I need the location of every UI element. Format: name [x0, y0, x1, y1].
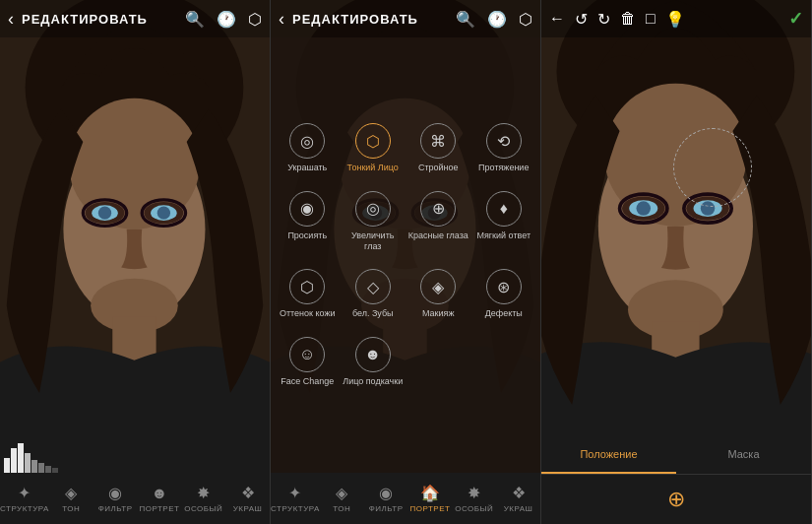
middle-toolbar-struktura[interactable]: ✦ СТРУКТУРА: [271, 484, 320, 513]
tonkiy-label: Тонкий Лицо: [347, 163, 399, 173]
menu-lico-podkachki[interactable]: ☻ Лицо подкачки: [341, 331, 406, 393]
menu-makiyazh[interactable]: ◈ Макияж: [406, 263, 471, 325]
makiyazh-icon: ◈: [420, 269, 456, 304]
circle-selection: [673, 128, 752, 207]
middle-toolbar-osoby[interactable]: ✸ ОСОБЫЙ: [452, 484, 496, 513]
right-delete-icon[interactable]: 🗑: [620, 10, 636, 28]
middle-toolbar-filtr[interactable]: ◉ ФИЛЬТР: [364, 484, 408, 513]
zuby-label: бел. Зубы: [352, 308, 394, 319]
menu-face-change[interactable]: ☺ Face Change: [275, 331, 341, 393]
face-menu-grid: ◎ Украшать ⬡ Тонкий Лицо ⌘ Стройное ⟲ Пр…: [271, 117, 540, 393]
menu-stroynoe[interactable]: ⌘ Стройное: [406, 117, 471, 179]
middle-toolbar-ukrsh[interactable]: ❖ УКРАШ: [496, 484, 540, 513]
middle-toolbar-portret[interactable]: 🏠 ПОРТРЕТ: [408, 484, 453, 513]
right-tabs: Положение Маска: [541, 435, 811, 475]
menu-tonkiy[interactable]: ⬡ Тонкий Лицо: [341, 117, 406, 179]
tab-polozhenie[interactable]: Положение: [541, 435, 676, 474]
krasnye-icon: ⊕: [420, 191, 456, 227]
prosiyat-icon: ◉: [289, 191, 325, 227]
middle-header-icons: 🔍 🕐 ⬡: [456, 10, 532, 29]
left-header-title: РЕДАКТИРОВАТЬ: [22, 12, 185, 27]
middle-history-icon[interactable]: 🕐: [487, 10, 507, 29]
middle-toolbar-ton[interactable]: ◈ ТОН: [320, 484, 364, 513]
svg-rect-16: [18, 443, 24, 473]
left-back-button[interactable]: ‹: [8, 9, 14, 30]
menu-defekty[interactable]: ⊛ Дефекты: [471, 263, 537, 325]
right-back-icon[interactable]: ←: [549, 10, 565, 28]
right-bottom-panel: Положение Маска ⊕: [541, 435, 811, 524]
ton-label: ТОН: [62, 504, 80, 513]
left-toolbar: ✦ СТРУКТУРА ◈ ТОН ◉ ФИЛЬТР ☻ ПОРТРЕТ ✸ О…: [0, 473, 270, 524]
right-check-button[interactable]: ✓: [788, 8, 803, 30]
lico-podkachki-label: Лицо подкачки: [343, 376, 403, 387]
history-icon[interactable]: 🕐: [217, 10, 236, 29]
save-icon[interactable]: ⬡: [248, 10, 262, 29]
position-move-icon[interactable]: ⊕: [667, 487, 685, 512]
menu-empty2: [471, 331, 537, 393]
middle-toolbar: ✦ СТРУКТУРА ◈ ТОН ◉ ФИЛЬТР 🏠 ПОРТРЕТ ✸ О…: [271, 473, 540, 524]
histogram: [4, 438, 63, 473]
ukrashat-icon: ◎: [289, 123, 325, 159]
search-icon[interactable]: 🔍: [185, 10, 205, 29]
left-panel: ‹ РЕДАКТИРОВАТЬ 🔍 🕐 ⬡: [0, 0, 271, 524]
svg-rect-15: [11, 448, 17, 473]
middle-save-icon[interactable]: ⬡: [519, 10, 532, 29]
menu-myagkiy[interactable]: ♦ Мягкий ответ: [471, 185, 537, 258]
face-menu-overlay: ◎ Украшать ⬡ Тонкий Лицо ⌘ Стройное ⟲ Пр…: [271, 37, 540, 473]
osoby-label: ОСОБЫЙ: [184, 504, 222, 513]
menu-ottенок[interactable]: ⬡ Оттенок кожи: [275, 263, 341, 325]
right-undo-icon[interactable]: ↺: [575, 10, 588, 29]
svg-point-42: [636, 201, 651, 216]
right-bulb-icon[interactable]: 💡: [665, 10, 685, 29]
myagkiy-label: Мягкий ответ: [476, 230, 531, 241]
mid-ton-label: ТОН: [333, 504, 350, 513]
middle-header: ‹ РЕДАКТИРОВАТЬ 🔍 🕐 ⬡: [271, 0, 540, 37]
right-redo-icon[interactable]: ↻: [597, 10, 610, 29]
menu-zuby[interactable]: ◇ бел. Зубы: [341, 263, 406, 325]
filtr-icon: ◉: [108, 484, 122, 502]
toolbar-struktura[interactable]: ✦ СТРУКТУРА: [0, 484, 49, 513]
svg-rect-20: [45, 466, 51, 473]
menu-prosiyat[interactable]: ◉ Просиять: [275, 185, 341, 258]
toolbar-osoby[interactable]: ✸ ОСОБЫЙ: [181, 484, 225, 513]
myagkiy-icon: ♦: [486, 191, 522, 227]
toolbar-ton[interactable]: ◈ ТОН: [49, 484, 94, 513]
menu-ukrashat[interactable]: ◎ Украшать: [275, 117, 341, 179]
tab-maska[interactable]: Маска: [676, 435, 811, 474]
mid-osoby-label: ОСОБЫЙ: [455, 504, 493, 513]
ukrsh-label: УКРАШ: [233, 504, 263, 513]
left-header: ‹ РЕДАКТИРОВАТЬ 🔍 🕐 ⬡: [0, 0, 270, 37]
menu-uvelichit[interactable]: ◎ Увеличить глаз: [341, 185, 406, 258]
defekty-label: Дефекты: [485, 308, 523, 319]
toolbar-portret[interactable]: ☻ ПОРТРЕТ: [138, 485, 182, 513]
ukrsh-icon: ❖: [241, 484, 255, 502]
face-change-icon: ☺: [289, 337, 325, 372]
left-header-icons: 🔍 🕐 ⬡: [185, 10, 262, 29]
right-copy-icon[interactable]: □: [646, 10, 656, 28]
filtr-label: ФИЛЬТР: [98, 504, 133, 513]
svg-point-9: [157, 206, 170, 219]
zuby-icon: ◇: [355, 269, 391, 304]
middle-panel: ‹ РЕДАКТИРОВАТЬ 🔍 🕐 ⬡: [271, 0, 541, 524]
middle-back-button[interactable]: ‹: [279, 9, 284, 30]
mid-ukrsh-icon: ❖: [512, 484, 526, 502]
svg-point-6: [98, 206, 111, 219]
struktura-label: СТРУКТУРА: [0, 504, 49, 513]
uvelichit-label: Увеличить глаз: [343, 230, 405, 252]
ton-icon: ◈: [65, 484, 77, 502]
lico-podkachki-icon: ☻: [355, 337, 391, 372]
right-panel: ← ↺ ↻ 🗑 □ 💡 ✓: [541, 0, 812, 524]
defekty-icon: ⊛: [486, 269, 522, 304]
middle-search-icon[interactable]: 🔍: [456, 10, 475, 29]
struktura-icon: ✦: [18, 484, 31, 502]
menu-protyazhenie[interactable]: ⟲ Протяжение: [471, 117, 537, 179]
mid-struktura-icon: ✦: [288, 484, 301, 502]
svg-rect-17: [25, 453, 31, 473]
menu-krasnye[interactable]: ⊕ Красные глаза: [406, 185, 471, 258]
toolbar-filtr[interactable]: ◉ ФИЛЬТР: [94, 484, 138, 513]
protyazhenie-label: Протяжение: [478, 163, 529, 173]
mid-osoby-icon: ✸: [468, 484, 480, 502]
ottenok-icon: ⬡: [289, 269, 325, 304]
stroynoe-icon: ⌘: [420, 123, 456, 159]
toolbar-ukrsh[interactable]: ❖ УКРАШ: [225, 484, 270, 513]
